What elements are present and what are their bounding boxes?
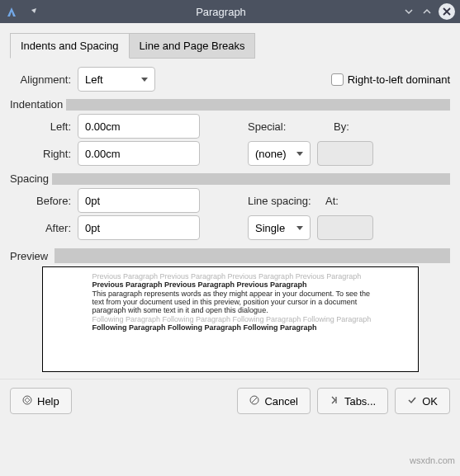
cancel-icon (249, 395, 259, 407)
svg-line-3 (252, 398, 257, 403)
preview-body-line: text from your document used in this pre… (92, 298, 410, 306)
spacing-before-label: Before: (10, 195, 78, 207)
svg-marker-0 (7, 7, 16, 16)
chevron-down-icon (296, 226, 303, 230)
alignment-label: Alignment: (10, 73, 78, 86)
tabs-label: Tabs... (344, 395, 376, 408)
indentation-header: Indentation (10, 98, 450, 111)
indent-special-label: Special: (248, 120, 306, 133)
preview-follow-gray: Following Paragraph Following Paragraph … (92, 315, 410, 323)
app-icon (5, 5, 18, 18)
spacing-before-input[interactable] (78, 188, 200, 213)
alignment-select[interactable]: Left (78, 67, 155, 92)
rtl-checkbox[interactable] (331, 73, 344, 86)
indent-by-label: By: (334, 120, 367, 133)
preview-body-line: paragraph with some text in it and open … (92, 306, 410, 314)
rtl-label: Right-to-left dominant (348, 73, 450, 86)
spacing-header: Spacing (10, 172, 450, 185)
line-spacing-label: Line spacing: (248, 195, 325, 207)
indent-left-input[interactable] (78, 114, 200, 139)
tabs-icon (330, 395, 339, 407)
tabs-button[interactable]: Tabs... (317, 388, 388, 414)
preview-body-line: This paragraph represents words as they … (92, 290, 410, 298)
indentation-header-label: Indentation (10, 98, 66, 111)
section-divider (55, 248, 450, 263)
check-icon (407, 395, 417, 407)
preview-prev-bold: Previous Paragraph Previous Paragraph Pr… (92, 280, 410, 289)
preview-header: Preview (10, 248, 450, 263)
cancel-button[interactable]: Cancel (237, 388, 310, 414)
spacing-at-input[interactable] (317, 215, 373, 240)
cancel-label: Cancel (264, 395, 297, 408)
indent-left-label: Left: (10, 120, 78, 133)
minimize-icon[interactable] (402, 5, 415, 18)
indent-by-input[interactable] (317, 141, 373, 166)
alignment-value: Left (85, 73, 103, 86)
line-spacing-value: Single (255, 222, 285, 234)
maximize-icon[interactable] (420, 5, 434, 18)
dialog-content: Indents and Spacing Line and Page Breaks… (0, 23, 460, 379)
indent-right-input[interactable] (78, 141, 200, 166)
tab-line-page-breaks[interactable]: Line and Page Breaks (129, 33, 256, 59)
help-icon (22, 395, 32, 407)
section-divider (52, 173, 450, 185)
indent-right-label: Right: (10, 148, 78, 160)
preview-box: Previous Paragraph Previous Paragraph Pr… (42, 266, 419, 372)
pin-icon[interactable] (26, 5, 40, 18)
help-label: Help (37, 395, 59, 408)
indent-special-select[interactable]: (none) (248, 141, 311, 166)
section-divider (66, 99, 450, 111)
spacing-after-input[interactable] (78, 215, 200, 240)
spacing-after-label: After: (10, 222, 78, 234)
dialog-footer: Help Cancel Tabs... OK (0, 379, 460, 422)
window-title: Paragraph (40, 6, 402, 18)
preview-follow-bold: Following Paragraph Following Paragraph … (92, 323, 410, 332)
close-button[interactable] (439, 3, 455, 20)
preview-label: Preview (10, 250, 51, 262)
ok-label: OK (422, 395, 438, 408)
chevron-down-icon (296, 152, 303, 156)
watermark: wsxdn.com (410, 455, 455, 465)
ok-button[interactable]: OK (395, 388, 450, 414)
line-spacing-select[interactable]: Single (248, 215, 311, 240)
preview-prev-gray: Previous Paragraph Previous Paragraph Pr… (92, 272, 410, 280)
indent-special-value: (none) (255, 148, 287, 160)
spacing-at-label: At: (325, 195, 358, 207)
spacing-header-label: Spacing (10, 172, 52, 185)
tab-indents-spacing[interactable]: Indents and Spacing (10, 33, 130, 59)
tab-bar: Indents and Spacing Line and Page Breaks (10, 33, 450, 59)
help-button[interactable]: Help (10, 388, 72, 414)
chevron-down-icon (141, 78, 148, 82)
title-bar: Paragraph (0, 0, 460, 23)
